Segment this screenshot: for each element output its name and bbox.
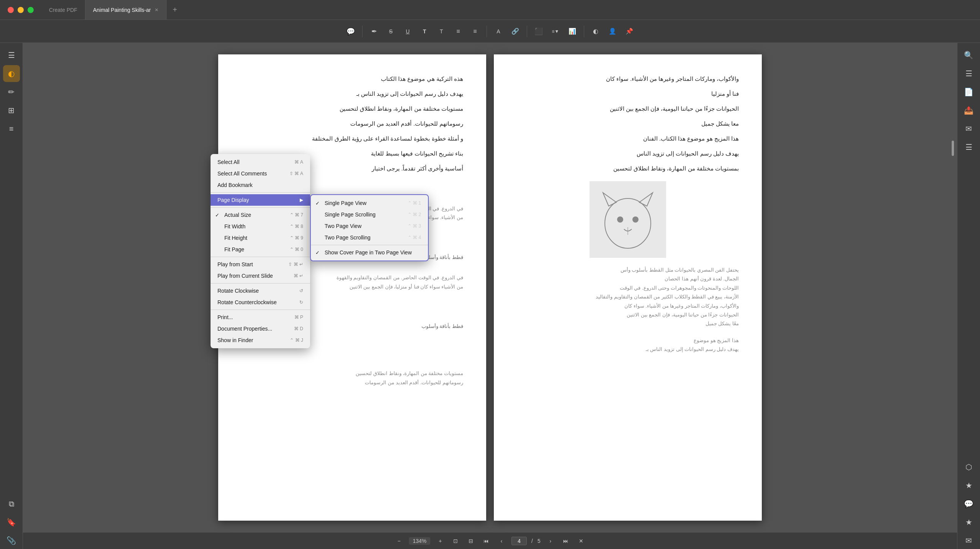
zoom-display[interactable]: 134%	[409, 537, 430, 545]
fit-page-button[interactable]: ⊡	[450, 536, 461, 546]
check-icon-cover: ✓	[315, 250, 320, 256]
minimize-button[interactable]	[18, 7, 24, 13]
right-panel2-icon[interactable]: 📄	[960, 84, 977, 100]
maximize-button[interactable]	[28, 7, 34, 13]
menu-item-fit-page[interactable]: Fit Page ⌃ ⌘ 0	[211, 244, 310, 255]
shortcut-spv: ⌃ ⌘ 1	[408, 200, 421, 206]
menu-label: Rotate Counterclockwise	[217, 299, 277, 305]
svg-point-4	[632, 216, 639, 223]
sidebar-layers-icon[interactable]: ⧉	[3, 495, 20, 512]
submenu-single-page-scrolling[interactable]: Single Page Scrolling ⌃ ⌘ 2	[311, 209, 428, 220]
pdf-body-text-8: رسوماتهم للحيوانات. أقدم العديد من الرسو…	[241, 378, 463, 387]
right-panel3-icon[interactable]: 📤	[960, 102, 977, 119]
menu-item-fit-height[interactable]: Fit Height ⌃ ⌘ 9	[211, 232, 310, 244]
highlight-icon[interactable]: A	[492, 25, 505, 38]
page-number-input[interactable]	[511, 537, 527, 545]
close-button[interactable]	[8, 7, 14, 13]
menu-label: Show in Finder	[217, 337, 253, 343]
pdf-text-4: رسوماتهم للحيوانات. أقدم العديد من الرسو…	[241, 118, 463, 129]
submenu-label: Show Cover Page in Two Page View	[325, 249, 412, 256]
menu-item-show-in-finder[interactable]: Show in Finder ⌃ ⌘ J	[211, 334, 310, 346]
content-area: هذه التركية هي موضوع هذا الكتاب يهدف دلي…	[23, 43, 957, 549]
strikethrough-icon[interactable]: S	[384, 25, 398, 38]
tab-create-pdf[interactable]: Create PDF	[41, 0, 85, 20]
text-box-icon[interactable]: T	[434, 25, 448, 38]
sidebar-highlight-icon[interactable]: ◐	[3, 65, 20, 82]
chart-icon[interactable]: 📊	[565, 25, 579, 38]
right-panel9-icon[interactable]: ★	[960, 514, 977, 531]
page-separator: /	[531, 538, 533, 544]
nav-prev-button[interactable]: ‹	[496, 536, 507, 546]
signature-icon[interactable]: ✒	[367, 25, 381, 38]
right-panel4-icon[interactable]: ✉	[960, 120, 977, 137]
comments-icon[interactable]: 💬	[344, 25, 358, 38]
profile-icon[interactable]: 👤	[606, 25, 619, 38]
tab-close-icon[interactable]: ✕	[155, 7, 158, 13]
submenu-label: Single Page Scrolling	[325, 211, 376, 218]
menu-item-play-from-start[interactable]: Play from Start ⇧ ⌘ ↵	[211, 259, 310, 270]
submenu-show-cover-page[interactable]: ✓ Show Cover Page in Two Page View	[311, 247, 428, 258]
menu-item-select-all-comments[interactable]: Select All Comments ⇧ ⌘ A	[211, 168, 310, 179]
menu-item-rotate-counterclockwise[interactable]: Rotate Counterclockwise ↻	[211, 297, 310, 308]
pdf-area[interactable]: هذه التركية هي موضوع هذا الكتاب يهدف دلي…	[23, 43, 957, 532]
right-panel10-icon[interactable]: ✉	[960, 532, 977, 549]
stamp-icon[interactable]: ≡▼	[549, 25, 562, 38]
zoom-in-button[interactable]: +	[435, 536, 446, 546]
menu-item-print[interactable]: Print... ⌘ P	[211, 311, 310, 323]
right-panel6-icon[interactable]: ⬡	[960, 459, 977, 475]
tab-add-button[interactable]: +	[167, 5, 183, 14]
svg-point-0	[605, 198, 651, 248]
zoom-out-button[interactable]: −	[394, 536, 404, 546]
right-panel5-icon[interactable]: ☰	[960, 139, 977, 156]
nav-last-button[interactable]: ⏭	[560, 536, 571, 546]
menu-item-play-from-current[interactable]: Play from Current Slide ⌘ ↵	[211, 270, 310, 282]
tab-animal-painting[interactable]: Animal Painting Skills-ar ✕	[85, 0, 167, 20]
pdf-right-text-6: يهدف دليل رسم الحيوانات إلى تزويد الناس	[517, 148, 739, 159]
sidebar-pages-icon[interactable]: ⊞	[3, 102, 20, 119]
nav-first-button[interactable]: ⏮	[481, 536, 492, 546]
align-icon[interactable]: ≡	[468, 25, 482, 38]
shortcut-tps: ⌃ ⌘ 4	[408, 235, 421, 240]
link-icon[interactable]: 🔗	[508, 25, 522, 38]
close-panel-button[interactable]: ✕	[576, 536, 586, 546]
menu-label: Select All Comments	[217, 170, 267, 177]
toolbar-separator	[362, 26, 363, 37]
menu-item-actual-size[interactable]: ✓ Actual Size ⌃ ⌘ 7	[211, 209, 310, 221]
underline-icon[interactable]: U	[401, 25, 415, 38]
pdf-text-3: مستويات مختلفة من المهارة، ونقاط انطلاق …	[241, 103, 463, 114]
sidebar-edit-icon[interactable]: ✏	[3, 84, 20, 100]
shortcut-select-all: ⌘ A	[294, 159, 303, 165]
shape-icon[interactable]: ⬛	[532, 25, 546, 38]
menu-item-page-display[interactable]: Page Display ▶ ✓ Single Page View ⌃ ⌘ 1 …	[211, 194, 310, 206]
text-icon[interactable]: T	[418, 25, 431, 38]
menu-item-document-properties[interactable]: Document Properties... ⌘ D	[211, 323, 310, 334]
list-icon[interactable]: ≡	[451, 25, 465, 38]
submenu-arrow-icon: ▶	[300, 197, 303, 203]
menu-item-rotate-clockwise[interactable]: Rotate Clockwise ↺	[211, 285, 310, 297]
right-panel8-icon[interactable]: 💬	[960, 495, 977, 512]
right-panel7-icon[interactable]: ★	[960, 477, 977, 494]
menu-item-select-all[interactable]: Select All ⌘ A	[211, 156, 310, 168]
pdf-page-right: والأكواب، وماركات المتاجر وغيرها من الأش…	[494, 54, 762, 521]
pdf-right-text-3: الحيوانات جزءًا من حياتنا اليومية، فإن ا…	[517, 103, 739, 114]
shortcut-select-all-comments: ⇧ ⌘ A	[289, 171, 303, 176]
circle-icon[interactable]: ◐	[589, 25, 603, 38]
submenu-two-page-scrolling[interactable]: Two Page Scrolling ⌃ ⌘ 4	[311, 232, 428, 243]
menu-item-fit-width[interactable]: Fit Width ⌃ ⌘ 8	[211, 221, 310, 232]
sidebar-list-icon[interactable]: ≡	[3, 120, 20, 137]
tab-label: Animal Painting Skills-ar	[93, 7, 151, 13]
pin-icon[interactable]: 📌	[622, 25, 636, 38]
shortcut-fh: ⌃ ⌘ 9	[290, 235, 303, 241]
pdf-right-body-7: معًا يشكل جميل	[517, 319, 739, 328]
submenu-single-page-view[interactable]: ✓ Single Page View ⌃ ⌘ 1	[311, 197, 428, 209]
menu-item-add-bookmark[interactable]: Add Bookmark	[211, 179, 310, 191]
submenu-two-page-view[interactable]: Two Page View ⌃ ⌘ 3	[311, 220, 428, 232]
nav-next-button[interactable]: ›	[545, 536, 556, 546]
sidebar-menu-icon[interactable]: ☰	[3, 47, 20, 64]
pdf-right-text-1: والأكواب، وماركات المتاجر وغيرها من الأش…	[517, 74, 739, 84]
sidebar-attach-icon[interactable]: 📎	[3, 532, 20, 549]
right-panel1-icon[interactable]: ☰	[960, 65, 977, 82]
right-search-icon[interactable]: 🔍	[960, 47, 977, 64]
sidebar-bookmark-icon[interactable]: 🔖	[3, 514, 20, 531]
fit-width-button[interactable]: ⊟	[466, 536, 476, 546]
